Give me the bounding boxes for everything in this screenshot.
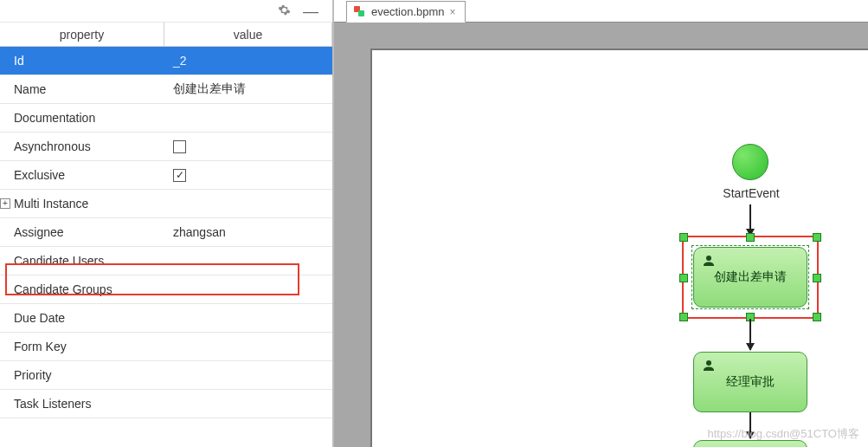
property-row-candidate_users[interactable]: Candidate Users xyxy=(0,247,332,275)
property-row-assignee[interactable]: Assigneezhangsan xyxy=(0,218,332,247)
property-rows: Id_2Name创建出差申请DocumentationAsynchronousE… xyxy=(0,47,332,447)
close-icon[interactable]: × xyxy=(450,6,456,18)
property-label: +Multi Instance xyxy=(0,197,164,211)
exclusive-checkbox[interactable]: ✓ xyxy=(173,169,186,182)
resize-handle-nw[interactable] xyxy=(679,233,688,242)
property-label-text: Task Listeners xyxy=(14,397,91,411)
property-label: Candidate Groups xyxy=(0,282,164,296)
property-value[interactable]: zhangsan xyxy=(164,225,332,239)
task1-label: 创建出差申请 xyxy=(714,269,787,285)
user-task-manager[interactable]: 经理审批 xyxy=(693,352,807,412)
resize-handle-se[interactable] xyxy=(813,313,821,321)
resize-handle-n[interactable] xyxy=(746,233,755,242)
property-value[interactable]: ✓ xyxy=(164,169,332,182)
expand-icon[interactable]: + xyxy=(0,198,10,209)
resize-handle-w[interactable] xyxy=(679,274,688,282)
property-label-text: Multi Instance xyxy=(14,197,88,211)
property-label-text: Due Date xyxy=(14,311,65,325)
property-label: Id xyxy=(0,54,164,68)
editor-area: evection.bpmn × StartEvent 创 xyxy=(334,0,868,447)
sequence-flow-2[interactable] xyxy=(749,319,751,350)
property-label: Task Listeners xyxy=(0,397,164,411)
property-table-header: property value xyxy=(0,23,332,47)
sequence-flow-1[interactable] xyxy=(749,204,751,236)
property-row-due_date[interactable]: Due Date xyxy=(0,304,332,333)
property-value-text: zhangsan xyxy=(173,225,226,239)
start-event-node[interactable] xyxy=(732,144,768,180)
property-label-text: Documentation xyxy=(14,111,95,125)
property-row-documentation[interactable]: Documentation xyxy=(0,104,332,133)
panel-toolbar: — xyxy=(0,0,332,23)
column-property: property xyxy=(0,23,164,46)
property-row-multi_instance[interactable]: +Multi Instance xyxy=(0,190,332,218)
property-label-text: Candidate Users xyxy=(14,254,104,268)
diagram-page[interactable]: StartEvent 创建出差申请 经理审批 xyxy=(370,49,868,447)
property-label: Candidate Users xyxy=(0,254,164,268)
minimize-icon[interactable]: — xyxy=(303,5,318,17)
resize-handle-e[interactable] xyxy=(813,274,821,282)
property-row-form_key[interactable]: Form Key xyxy=(0,333,332,361)
resize-handle-sw[interactable] xyxy=(679,313,688,321)
property-row-exclusive[interactable]: Exclusive✓ xyxy=(0,161,332,190)
user-icon xyxy=(701,253,717,269)
properties-panel: — property value Id_2Name创建出差申请Documenta… xyxy=(0,0,334,447)
property-label-text: Name xyxy=(14,82,46,96)
property-label-text: Asynchronous xyxy=(14,139,91,153)
property-label: Asynchronous xyxy=(0,139,164,153)
property-label: Priority xyxy=(0,368,164,382)
asynchronous-checkbox[interactable] xyxy=(173,140,186,153)
property-label: Assignee xyxy=(0,225,164,239)
property-row-candidate_groups[interactable]: Candidate Groups xyxy=(0,275,332,304)
property-value-text: 创建出差申请 xyxy=(173,81,246,97)
start-event-label: StartEvent xyxy=(717,186,786,200)
property-row-asynchronous[interactable]: Asynchronous xyxy=(0,133,332,161)
property-label: Due Date xyxy=(0,311,164,325)
property-row-id[interactable]: Id_2 xyxy=(0,47,332,75)
column-value: value xyxy=(164,23,332,46)
property-value[interactable]: _2 xyxy=(164,54,332,68)
property-row-priority[interactable]: Priority xyxy=(0,361,332,390)
tab-bar: evection.bpmn × xyxy=(334,0,868,23)
user-task-next[interactable] xyxy=(693,440,807,447)
property-label: Documentation xyxy=(0,111,164,125)
property-value[interactable]: 创建出差申请 xyxy=(164,81,332,97)
property-label-text: Assignee xyxy=(14,225,64,239)
property-label: Form Key xyxy=(0,340,164,353)
property-label-text: Exclusive xyxy=(14,168,65,182)
tab-title: evection.bpmn xyxy=(371,5,445,18)
property-value-text: _2 xyxy=(173,54,187,68)
property-label: Exclusive xyxy=(0,168,164,182)
property-label-text: Id xyxy=(14,54,24,68)
gear-icon[interactable] xyxy=(278,3,291,19)
user-icon xyxy=(701,358,717,373)
user-task-create[interactable]: 创建出差申请 xyxy=(693,247,807,308)
property-row-name[interactable]: Name创建出差申请 xyxy=(0,75,332,104)
sequence-flow-3[interactable] xyxy=(749,412,751,438)
property-label: Name xyxy=(0,82,164,96)
property-label-text: Form Key xyxy=(14,340,67,353)
property-row-task_listeners[interactable]: Task Listeners xyxy=(0,390,332,418)
canvas-container: StartEvent 创建出差申请 经理审批 xyxy=(334,23,868,447)
resize-handle-ne[interactable] xyxy=(813,233,821,242)
task2-label: 经理审批 xyxy=(726,374,775,390)
property-label-text: Candidate Groups xyxy=(14,282,113,296)
tab-evection[interactable]: evection.bpmn × xyxy=(346,1,466,23)
property-value[interactable] xyxy=(164,140,332,153)
property-label-text: Priority xyxy=(14,368,52,382)
bpmn-file-icon xyxy=(354,6,366,18)
